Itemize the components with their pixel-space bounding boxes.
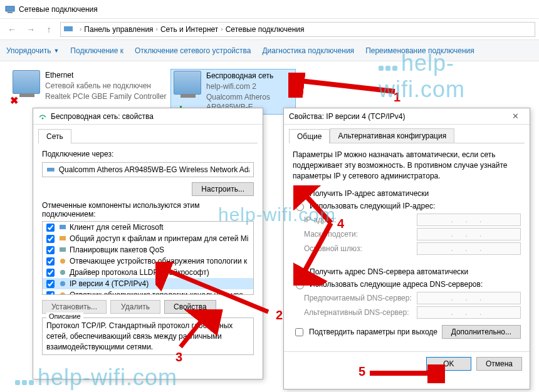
- conn-status: Сетевой кабель не подключен: [45, 81, 166, 91]
- checkbox[interactable]: [295, 328, 303, 336]
- advanced-button[interactable]: Дополнительно...: [442, 325, 521, 339]
- svg-rect-7: [60, 247, 66, 252]
- crumb-connections[interactable]: Сетевые подключения: [226, 25, 305, 34]
- checkbox[interactable]: [46, 291, 55, 296]
- checkbox[interactable]: [46, 246, 55, 254]
- connect-to-button[interactable]: Подключение к: [70, 46, 123, 55]
- chevron-down-icon: ▼: [53, 48, 59, 54]
- list-item: Отвечающее устройство обнаружения тополо…: [43, 255, 253, 267]
- confirm-on-exit[interactable]: Подтвердить параметры при выходе Дополни…: [293, 325, 521, 339]
- tab-general[interactable]: Общие: [289, 129, 330, 143]
- client-icon: [58, 223, 67, 232]
- checkbox[interactable]: [46, 280, 55, 288]
- chevron-right-icon: ›: [80, 26, 81, 33]
- dialog-body: Подключение через: Qualcomm Atheros AR94…: [33, 143, 263, 361]
- ipv4-icon: [58, 279, 67, 288]
- disable-device-button[interactable]: Отключение сетевого устройства: [135, 46, 251, 55]
- description-box: Описание Протокол TCP/IP. Стандартный пр…: [42, 317, 254, 355]
- description-legend: Описание: [46, 312, 83, 320]
- radio-dns-manual[interactable]: Использовать следующие адреса DNS-сервер…: [293, 279, 521, 289]
- ok-button[interactable]: OK: [426, 357, 471, 371]
- ipv4-properties-dialog: Свойства: IP версии 4 (TCP/IPv4) ✕ Общие…: [283, 108, 530, 389]
- app-icon: [5, 4, 15, 14]
- configure-button[interactable]: Настроить...: [192, 182, 254, 196]
- tab-network[interactable]: Сеть: [38, 129, 71, 143]
- adapter-name: Qualcomm Atheros AR9485WB-EG Wireless Ne…: [59, 165, 249, 174]
- svg-point-9: [60, 270, 65, 275]
- breadcrumb[interactable]: › Панель управления › Сеть и Интернет › …: [60, 22, 535, 37]
- properties-button[interactable]: Свойства: [164, 300, 216, 314]
- components-list[interactable]: Клиент для сетей Microsoft Общий доступ …: [42, 221, 254, 295]
- gateway-label: Основной шлюз:: [304, 244, 417, 253]
- annotation-number-3: 3: [175, 350, 182, 364]
- svg-rect-2: [64, 26, 73, 31]
- conn-device: Realtek PCIe GBE Family Controller: [45, 91, 166, 102]
- control-panel-icon: [63, 24, 73, 34]
- cancel-button[interactable]: Отмена: [476, 357, 522, 371]
- wireless-properties-dialog: Беспроводная сеть: свойства Сеть Подключ…: [33, 108, 263, 379]
- tab-alternative[interactable]: Альтернативная конфигурация: [330, 128, 454, 143]
- adapter-icon: [46, 165, 55, 174]
- ip-field: . . .: [417, 214, 521, 226]
- nav-bar: ← → ↑ › Панель управления › Сеть и Интер…: [0, 19, 539, 40]
- list-item: Ответчик обнаружения топологии канальног…: [43, 289, 253, 295]
- crumb-network[interactable]: Сеть и Интернет: [160, 25, 218, 34]
- watermark: help-wifi.com: [218, 204, 336, 225]
- diagnose-button[interactable]: Диагностика подключения: [262, 46, 354, 55]
- mapper-icon: [58, 291, 67, 295]
- dialog-titlebar[interactable]: Беспроводная сеть: свойства: [33, 108, 263, 125]
- connection-ethernet[interactable]: ✖ Ethernet Сетевой кабель не подключен R…: [13, 70, 166, 101]
- dialog-titlebar[interactable]: Свойства: IP версии 4 (TCP/IPv4) ✕: [284, 108, 530, 125]
- connection-through-label: Подключение через:: [42, 150, 254, 158]
- tabs: Сеть: [38, 128, 258, 143]
- share-icon: [58, 234, 67, 243]
- annotation-number-4: 4: [337, 217, 344, 231]
- organize-menu[interactable]: Упорядочить ▼: [6, 46, 59, 55]
- radio[interactable]: [296, 269, 304, 277]
- radio[interactable]: [296, 190, 304, 199]
- up-button[interactable]: ↑: [41, 22, 56, 37]
- list-item: Драйвер протокола LLDP (Майкрософт): [43, 267, 253, 278]
- checkbox[interactable]: [46, 257, 55, 266]
- tabs: Общие Альтернативная конфигурация: [289, 128, 525, 143]
- svg-rect-6: [60, 236, 66, 240]
- watermark: help-wifi.com: [379, 50, 539, 103]
- wireless-icon: [174, 71, 201, 95]
- conn-name: Беспроводная сеть: [206, 71, 293, 81]
- forward-button[interactable]: →: [23, 22, 38, 37]
- intro-text: Параметры IP можно назначать автоматичес…: [293, 150, 521, 181]
- description-text: Протокол TCP/IP. Стандартный протокол гл…: [46, 321, 249, 352]
- mask-field: . . .: [417, 228, 521, 240]
- content-area: ✖ Ethernet Сетевой кабель не подключен R…: [0, 61, 539, 392]
- close-button[interactable]: ✕: [506, 111, 525, 121]
- radio-ip-auto[interactable]: Получить IP-адрес автоматически: [293, 188, 521, 199]
- window-titlebar: Сетевые подключения: [0, 0, 539, 19]
- svg-rect-5: [60, 225, 66, 229]
- install-button[interactable]: Установить...: [42, 300, 107, 314]
- dialog-title: Беспроводная сеть: свойства: [51, 112, 154, 121]
- svg-point-8: [60, 259, 65, 264]
- list-item: Планировщик пакетов QoS: [43, 244, 253, 255]
- svg-rect-1: [8, 12, 13, 13]
- remove-button[interactable]: Удалить: [110, 300, 160, 314]
- crumb-control-panel[interactable]: Панель управления: [84, 25, 153, 34]
- svg-point-10: [60, 281, 65, 286]
- dialog-body: Параметры IP можно назначать автоматичес…: [284, 143, 530, 351]
- checkbox[interactable]: [46, 235, 55, 243]
- disconnected-icon: ✖: [10, 95, 18, 106]
- svg-point-3: [42, 117, 44, 119]
- back-button[interactable]: ←: [4, 22, 19, 37]
- radio-dns-auto[interactable]: Получить адрес DNS-сервера автоматически: [293, 267, 521, 277]
- checkbox[interactable]: [46, 269, 55, 277]
- dns2-field: . . .: [417, 306, 521, 319]
- dns2-label: Альтернативный DNS-сервер:: [304, 308, 417, 317]
- svg-point-11: [60, 292, 65, 295]
- gateway-field: . . .: [417, 242, 521, 255]
- conn-name: Ethernet: [45, 70, 166, 81]
- annotation-number-2: 2: [276, 308, 283, 322]
- radio[interactable]: [296, 281, 304, 289]
- responder-icon: [58, 257, 67, 266]
- dns1-label: Предпочитаемый DNS-сервер:: [304, 294, 417, 302]
- checkbox[interactable]: [46, 224, 55, 232]
- list-item-ipv4: IP версии 4 (TCP/IPv4): [43, 278, 253, 289]
